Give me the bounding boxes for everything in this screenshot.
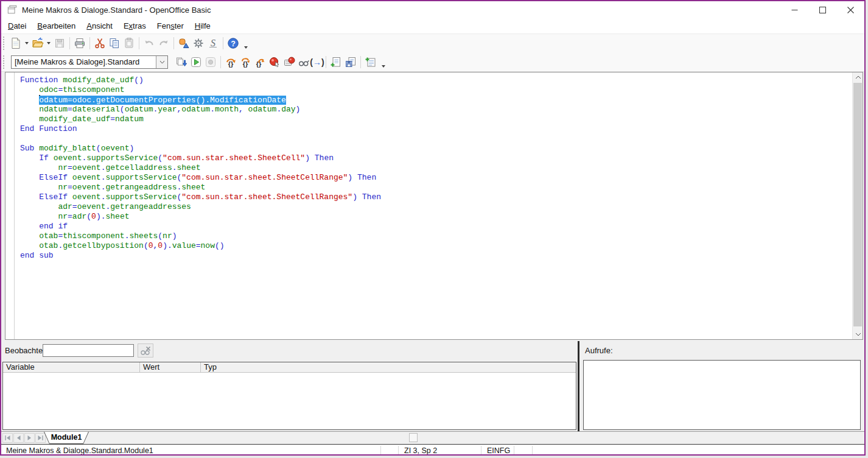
menu-item-hilfe[interactable]: Hilfe bbox=[189, 18, 216, 33]
manage-modules-icon bbox=[365, 56, 377, 68]
manage-modules-button[interactable] bbox=[363, 55, 378, 69]
tabbar-splitter-handle[interactable] bbox=[409, 433, 418, 442]
maximize-icon bbox=[819, 7, 826, 13]
undo-button[interactable] bbox=[142, 36, 156, 51]
breakpoint-gutter[interactable] bbox=[5, 72, 15, 339]
watch-table-header: Variable Wert Typ bbox=[3, 362, 576, 373]
macro-script-button[interactable]: S bbox=[206, 36, 220, 51]
remove-watch-icon bbox=[139, 345, 152, 357]
code-line: nr=oevent.getcelladdress.sheet bbox=[20, 163, 852, 173]
watch-glasses-icon bbox=[298, 56, 310, 68]
column-header-variable[interactable]: Variable bbox=[3, 362, 140, 372]
scroll-up-button[interactable] bbox=[853, 72, 863, 82]
code-line: otab.getcellbyposition(0,0).value=now() bbox=[20, 241, 852, 251]
code-line: odoc=thiscomponent bbox=[20, 85, 852, 95]
toolbar-overflow-button[interactable] bbox=[242, 36, 250, 51]
next-tab-button[interactable] bbox=[24, 433, 35, 443]
remove-watch-button[interactable] bbox=[138, 344, 153, 358]
chevron-up-icon bbox=[855, 76, 861, 79]
status-bar: Meine Makros & Dialoge.Standard.Module1 … bbox=[1, 444, 864, 456]
new-document-button[interactable] bbox=[9, 36, 23, 51]
code-line: Function modify_date_udf() bbox=[20, 76, 852, 85]
compile-button[interactable] bbox=[174, 55, 189, 69]
help-icon: ? bbox=[227, 37, 239, 49]
previous-tab-button[interactable] bbox=[13, 433, 24, 443]
redo-icon bbox=[158, 37, 170, 49]
insert-source-text-button[interactable] bbox=[329, 55, 343, 69]
vertical-scrollbar[interactable] bbox=[852, 72, 863, 339]
save-source-button[interactable] bbox=[343, 55, 358, 69]
stop-button[interactable] bbox=[203, 55, 218, 69]
breakpoint-button[interactable] bbox=[267, 55, 282, 69]
manage-breakpoints-button[interactable] bbox=[282, 55, 296, 69]
code-line: If oevent.supportsService("com.sun.star.… bbox=[20, 153, 852, 163]
maximize-button[interactable] bbox=[808, 1, 836, 18]
code-line: Sub modify_blatt(oevent) bbox=[20, 144, 852, 153]
open-dropdown[interactable] bbox=[45, 36, 52, 51]
cut-button[interactable] bbox=[93, 36, 107, 51]
toolbar-separator bbox=[139, 37, 139, 49]
enable-watch-button[interactable] bbox=[296, 55, 311, 69]
overflow-arrow-icon bbox=[244, 46, 248, 49]
new-document-dropdown[interactable] bbox=[23, 36, 30, 51]
column-header-typ[interactable]: Typ bbox=[201, 362, 576, 372]
code-area[interactable]: Function modify_date_udf() odoc=thiscomp… bbox=[15, 72, 852, 339]
status-separator bbox=[514, 446, 514, 456]
settings-button[interactable] bbox=[191, 36, 206, 51]
next-tab-icon bbox=[26, 435, 33, 441]
copy-button[interactable] bbox=[107, 36, 122, 51]
window-title: Meine Makros & Dialoge.Standard - OpenOf… bbox=[22, 5, 211, 15]
macro-toolbar: [Meine Makros & Dialoge].Standard bbox=[1, 52, 864, 72]
menu-item-ansicht[interactable]: Ansicht bbox=[81, 18, 118, 33]
toolbar-overflow-button[interactable] bbox=[379, 55, 388, 69]
vertical-scrollbar-thumb[interactable] bbox=[853, 83, 862, 326]
toolbar-grip[interactable] bbox=[3, 37, 6, 50]
calls-list[interactable] bbox=[583, 360, 861, 430]
overflow-arrow-icon bbox=[382, 65, 385, 68]
watch-label: Beobachter: bbox=[5, 346, 47, 355]
watch-table-body[interactable] bbox=[3, 373, 576, 429]
minimize-button[interactable] bbox=[780, 1, 808, 18]
object-catalog-icon bbox=[178, 37, 190, 49]
new-document-icon bbox=[10, 37, 22, 49]
help-button[interactable]: ? bbox=[226, 36, 240, 51]
watch-input[interactable] bbox=[43, 344, 134, 357]
step-over-button[interactable]: {} bbox=[223, 55, 238, 69]
redo-button[interactable] bbox=[156, 36, 171, 51]
open-button[interactable] bbox=[30, 36, 45, 51]
save-button[interactable] bbox=[52, 36, 67, 51]
column-header-wert[interactable]: Wert bbox=[140, 362, 201, 372]
step-into-button[interactable]: {} bbox=[238, 55, 253, 69]
toolbar-grip[interactable] bbox=[3, 55, 6, 69]
minimize-icon bbox=[791, 7, 798, 13]
tab-module1[interactable]: Module1 bbox=[44, 432, 89, 444]
menu-item-extras[interactable]: Extras bbox=[118, 18, 152, 33]
code-line: End Function bbox=[20, 124, 852, 134]
tab-module1-label: Module1 bbox=[44, 432, 89, 444]
print-button[interactable] bbox=[72, 36, 87, 51]
close-button[interactable] bbox=[836, 1, 864, 18]
library-combobox[interactable]: [Meine Makros & Dialoge].Standard bbox=[11, 55, 168, 69]
status-separator bbox=[380, 446, 381, 456]
code-line: adr=oevent.getrangeaddresses bbox=[20, 202, 852, 212]
library-combobox-dropdown[interactable] bbox=[156, 56, 167, 68]
step-into-icon: {} bbox=[239, 56, 251, 68]
paste-button[interactable] bbox=[122, 36, 136, 51]
object-catalog-button[interactable] bbox=[177, 36, 191, 51]
scroll-down-button[interactable] bbox=[853, 329, 863, 339]
run-button[interactable] bbox=[189, 55, 203, 69]
first-tab-icon bbox=[4, 435, 12, 441]
menu-item-bearbeiten[interactable]: Bearbeiten bbox=[32, 18, 81, 33]
menu-item-datei[interactable]: Datei bbox=[2, 18, 32, 33]
status-separator bbox=[481, 446, 481, 456]
step-out-button[interactable]: {} bbox=[253, 55, 267, 69]
code-line bbox=[20, 134, 852, 144]
toolbar-separator bbox=[223, 37, 223, 49]
code-line: ElseIf oevent.supportsService("com.sun.s… bbox=[20, 192, 852, 202]
first-tab-button[interactable] bbox=[2, 433, 13, 443]
calls-panel: Aufrufe: bbox=[579, 341, 864, 431]
find-parentheses-button[interactable]: (→) bbox=[311, 55, 323, 69]
svg-text:?: ? bbox=[231, 40, 236, 48]
watch-table: Variable Wert Typ bbox=[2, 362, 576, 430]
menu-item-fenster[interactable]: Fenster bbox=[152, 18, 189, 33]
